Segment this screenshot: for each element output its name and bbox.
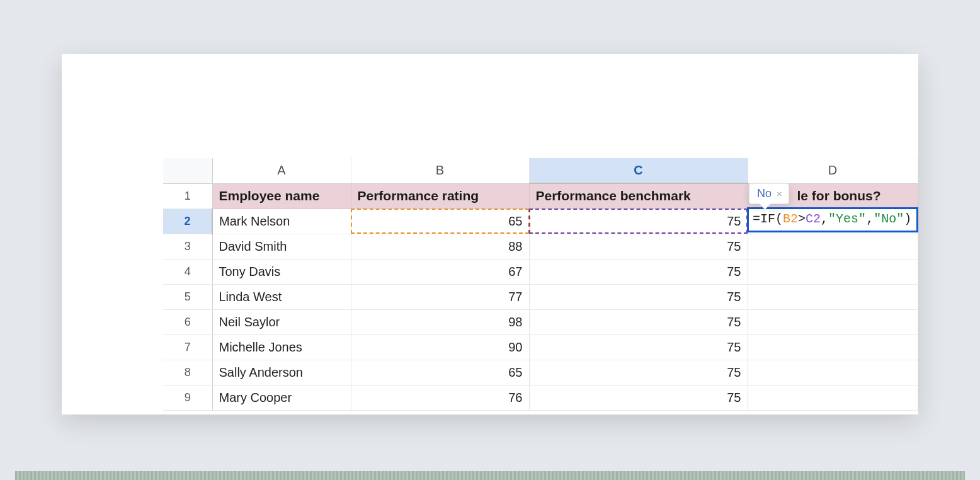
cell-C5[interactable]: 75: [529, 284, 748, 309]
row-header-4[interactable]: 4: [163, 259, 212, 284]
table-row: 9 Mary Cooper 76 75: [163, 385, 918, 410]
cell-C6[interactable]: 75: [529, 309, 748, 334]
cell-B8[interactable]: 65: [351, 360, 529, 385]
row-header-2[interactable]: 2: [163, 209, 212, 234]
cell-A4[interactable]: Tony Davis: [212, 259, 351, 284]
formula-paren-open: (: [775, 212, 783, 226]
cell-C7[interactable]: 75: [529, 334, 748, 360]
cell-D6[interactable]: [748, 309, 918, 334]
cell-C1[interactable]: Performance benchmark: [529, 183, 748, 209]
row-header-7[interactable]: 7: [163, 334, 212, 360]
cell-B5[interactable]: 77: [351, 284, 529, 309]
spreadsheet-grid[interactable]: A B C D 1 Employee name Performance rati…: [163, 158, 918, 411]
cell-A5[interactable]: Linda West: [212, 284, 351, 309]
cell-A1[interactable]: Employee name: [212, 183, 351, 209]
spreadsheet-card: A B C D 1 Employee name Performance rati…: [62, 54, 918, 414]
formula-ref-B2: B2: [783, 212, 798, 226]
table-row: 5 Linda West 77 75: [163, 284, 918, 309]
table-header-row: 1 Employee name Performance rating Perfo…: [163, 183, 918, 209]
cell-B2[interactable]: 65: [351, 209, 529, 234]
cell-C2[interactable]: 75: [529, 209, 748, 234]
cell-A3[interactable]: David Smith: [212, 234, 351, 259]
cell-A2[interactable]: Mark Nelson: [212, 209, 351, 234]
formula-equals: =: [753, 212, 760, 226]
cell-C8[interactable]: 75: [529, 360, 748, 385]
cell-B7[interactable]: 90: [351, 334, 529, 360]
table-row: 6 Neil Saylor 98 75: [163, 309, 918, 334]
cell-D8[interactable]: [748, 360, 918, 385]
formula-ref-C2: C2: [806, 212, 821, 226]
table-row: 8 Sally Anderson 65 75: [163, 360, 918, 385]
table-row: 7 Michelle Jones 90 75: [163, 334, 918, 360]
formula-string-no: "No": [874, 212, 904, 226]
cell-A9[interactable]: Mary Cooper: [212, 385, 351, 410]
cell-D4[interactable]: [748, 259, 918, 284]
cell-A7[interactable]: Michelle Jones: [212, 334, 351, 360]
cell-D3[interactable]: [748, 234, 918, 259]
table-row: 3 David Smith 88 75: [163, 234, 918, 259]
column-header-row: A B C D: [163, 158, 918, 183]
row-header-1[interactable]: 1: [163, 183, 212, 209]
table-row: 4 Tony Davis 67 75: [163, 259, 918, 284]
cell-D9[interactable]: [748, 385, 918, 410]
col-header-B[interactable]: B: [351, 158, 529, 183]
select-all-corner[interactable]: [163, 158, 212, 183]
cell-A8[interactable]: Sally Anderson: [212, 360, 351, 385]
cell-C9[interactable]: 75: [529, 385, 748, 410]
formula-paren-close: ): [904, 212, 911, 226]
col-header-A[interactable]: A: [212, 158, 351, 183]
cell-B9[interactable]: 76: [351, 385, 529, 410]
cell-B3[interactable]: 88: [351, 234, 529, 259]
row-header-9[interactable]: 9: [163, 385, 212, 410]
tooltip-value: No: [757, 187, 772, 200]
cell-A6[interactable]: Neil Saylor: [212, 309, 351, 334]
cell-B1[interactable]: Performance rating: [351, 183, 529, 209]
row-header-6[interactable]: 6: [163, 309, 212, 334]
cell-D2-formula-editor[interactable]: =IF(B2>C2,"Yes","No"): [747, 207, 918, 232]
cell-B4[interactable]: 67: [351, 259, 529, 284]
formula-operator: >: [798, 212, 806, 226]
cell-D7[interactable]: [748, 334, 918, 360]
cell-B6[interactable]: 98: [351, 309, 529, 334]
col-header-D[interactable]: D: [748, 158, 918, 183]
col-header-C[interactable]: C: [529, 158, 748, 183]
formula-comma-2: ,: [866, 212, 874, 226]
footer-decoration: [15, 471, 965, 480]
cell-C4[interactable]: 75: [529, 259, 748, 284]
formula-comma-1: ,: [821, 212, 828, 226]
row-header-3[interactable]: 3: [163, 234, 212, 259]
cell-D5[interactable]: [748, 284, 918, 309]
cell-C3[interactable]: 75: [529, 234, 748, 259]
row-header-5[interactable]: 5: [163, 284, 212, 309]
formula-string-yes: "Yes": [828, 212, 866, 226]
formula-result-tooltip: No ×: [749, 183, 789, 204]
row-header-8[interactable]: 8: [163, 360, 212, 385]
tooltip-close-icon[interactable]: ×: [777, 188, 782, 199]
formula-function-name: IF: [760, 212, 775, 226]
